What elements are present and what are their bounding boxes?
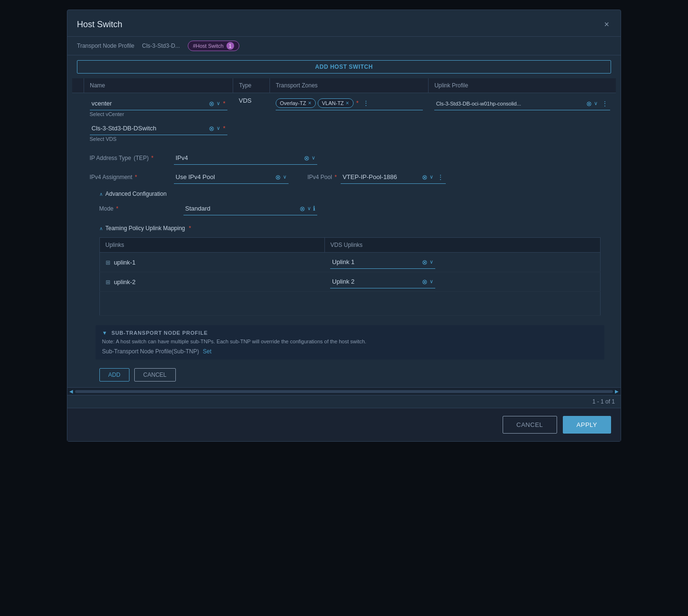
sub-transport-label: Sub-Transport Node Profile(Sub-TNP) [102,348,199,355]
vds-required: * [223,125,226,132]
uplink-1-vds-dropdown[interactable]: Uplink 1 ⊗ ∨ [330,255,435,269]
ipv4-assign-dropdown[interactable]: Use IPv4 Pool ⊗ ∨ [174,170,289,184]
ipv4-pool-clear-icon[interactable]: ⊗ [422,173,428,181]
uplink-1-chevron-icon[interactable]: ∨ [430,259,433,265]
add-host-switch-button[interactable]: ADD HOST SWITCH [77,60,611,74]
col-type-header: Type [233,78,270,93]
col-uplink-header: Uplink Profile [429,78,616,93]
ipv4-assign-chevron-icon[interactable]: ∨ [283,174,287,180]
host-switch-badge[interactable]: #Host Switch 1 [188,41,239,51]
breadcrumb-parent: Transport Node Profile [77,42,134,49]
ip-type-dropdown[interactable]: IPv4 ⊗ ∨ [174,151,317,165]
uplink-more-icon[interactable]: ⋮ [602,100,608,107]
tag-vlan-tz: VLAN-TZ × [318,98,354,108]
cancel-inner-button[interactable]: CANCEL [134,368,176,382]
vcenter-value: vcenter [92,100,207,107]
ipv4-pool-dropdown[interactable]: VTEP-IP-Pool-1886 ⊗ ∨ ⋮ [341,170,446,184]
advanced-config-header[interactable]: ∧ Advanced Configuration [90,187,611,199]
uplink-2-name: ⊞ uplink-2 [99,272,324,292]
detail-active-bar [72,146,84,387]
vcenter-dropdown[interactable]: vcenter ⊗ ∨ * [90,97,227,110]
footer-apply-button[interactable]: APPLY [563,416,611,434]
sub-transport-set-link[interactable]: Set [203,348,211,355]
mode-clear-icon[interactable]: ⊗ [300,205,305,212]
vds-dropdown[interactable]: Cls-3-Std3-DB-DSwitch ⊗ ∨ * [90,122,227,135]
form-actions: ADD CANCEL [90,363,611,387]
ipv4-pool-area: IPv4 Pool * VTEP-IP-Pool-1886 ⊗ ∨ ⋮ [308,170,446,184]
ipv4-pool-more-icon[interactable]: ⋮ [437,173,444,181]
tz-tag-input[interactable]: Overlay-TZ × VLAN-TZ × * ⋮ [276,97,423,110]
uplink-1-clear-icon[interactable]: ⊗ [422,258,428,266]
mode-value-area: Standard ⊗ ∨ ℹ [183,202,611,215]
add-button[interactable]: ADD [99,368,129,382]
advanced-collapse-icon: ∧ [99,191,103,197]
ipv4-pool-val: VTEP-IP-Pool-1886 [343,173,420,181]
teaming-policy-header[interactable]: ∧ Teaming Policy Uplink Mapping * [90,221,611,234]
modal-footer: CANCEL APPLY [67,408,621,441]
uplink-table-area: Uplinks VDS Uplinks [90,234,611,321]
vds-value: Cls-3-Std3-DB-DSwitch [92,125,207,132]
name-cell: vcenter ⊗ ∨ * Select vCenter Cls-3-Std3-… [84,93,233,146]
tag-overlay-remove[interactable]: × [308,100,312,106]
ip-type-clear-icon[interactable]: ⊗ [304,154,310,162]
breadcrumb-current: Cls-3-Std3-D... [142,42,180,49]
close-button[interactable]: × [602,18,611,32]
pagination: 1 - 1 of 1 [67,395,621,408]
uplink-2-clear-icon[interactable]: ⊗ [422,278,428,286]
vds-chevron-icon[interactable]: ∨ [216,125,220,131]
mode-info-icon[interactable]: ℹ [313,205,315,212]
detail-row: IP Address Type (TEP) * IPv4 ⊗ ∨ [72,146,616,387]
scroll-right-icon[interactable]: ▶ [615,389,619,394]
uplink-1-icon: ⊞ [106,259,110,266]
sub-transport-row: Sub-Transport Node Profile(Sub-TNP) Set [102,348,598,355]
uplink-2-icon: ⊞ [106,279,110,286]
vds-clear-icon[interactable]: ⊗ [209,125,215,132]
col-name-header: Name [84,78,233,93]
uplink-1-vds: Uplink 1 ⊗ ∨ [324,253,600,272]
vcenter-clear-icon[interactable]: ⊗ [209,100,215,107]
uplink-row-2: ⊞ uplink-2 Uplink 2 ⊗ ∨ [99,272,601,292]
uplink-profile-dropdown[interactable]: Cls-3-Std3-DB-oci-w01hp-consolid... ⊗ ∨ … [434,97,610,110]
mode-dropdown[interactable]: Standard ⊗ ∨ ℹ [183,202,317,215]
teaming-collapse-icon: ∧ [99,226,103,231]
mode-label: Mode * [99,205,176,212]
badge-count: 1 [226,42,234,50]
col-uplinks-header: Uplinks [99,238,324,253]
ipv4-assign-clear-icon[interactable]: ⊗ [275,173,281,181]
sub-transport-section: ▼ SUB-TRANSPORT NODE PROFILE Note: A hos… [96,325,605,360]
col-tz-header: Transport Zones [270,78,429,93]
vcenter-sublabel: Select vCenter [90,111,227,117]
ipv4-pool-label: IPv4 Pool * [308,174,337,181]
type-cell: VDS [233,93,270,146]
uplink-2-chevron-icon[interactable]: ∨ [430,278,433,285]
col-indicator-header [72,78,84,93]
pagination-text: 1 - 1 of 1 [592,398,615,405]
ipv4-pool-chevron-icon[interactable]: ∨ [430,174,433,180]
ip-type-value-area: IPv4 ⊗ ∨ [174,151,611,165]
ip-type-chevron-icon[interactable]: ∨ [312,155,315,161]
scroll-left-icon[interactable]: ◀ [69,389,73,394]
type-value: VDS [239,97,252,104]
tag-overlay-label: Overlay-TZ [280,100,306,106]
mode-chevron-icon[interactable]: ∨ [307,205,311,212]
uplink-chevron-icon[interactable]: ∨ [594,100,598,106]
uplink-empty-row [99,292,601,316]
sub-transport-collapse-icon[interactable]: ▼ [102,330,108,336]
tag-vlan-remove[interactable]: × [346,100,349,106]
uplink-clear-icon[interactable]: ⊗ [586,100,592,107]
sub-transport-title: ▼ SUB-TRANSPORT NODE PROFILE [102,330,598,336]
active-indicator-cell [72,93,84,146]
tz-more-options-icon[interactable]: ⋮ [363,99,369,107]
uplink-empty-cell [99,292,601,316]
modal-breadcrumb: Transport Node Profile Cls-3-Std3-D... #… [67,37,621,55]
uplink-table: Uplinks VDS Uplinks [99,237,601,316]
ip-type-label: IP Address Type (TEP) * [90,155,166,161]
footer-cancel-button[interactable]: CANCEL [503,416,557,434]
ipv4-assign-label: IPv4 Assignment * [90,174,166,181]
uplink-2-vds-dropdown[interactable]: Uplink 2 ⊗ ∨ [330,275,435,288]
table-container: Name Type Transport Zones Uplink Profile [72,78,616,387]
uplink-cell: Cls-3-Std3-DB-oci-w01hp-consolid... ⊗ ∨ … [429,93,616,146]
scrollbar[interactable]: ◀ ▶ [67,387,621,395]
tz-required: * [356,99,359,106]
vcenter-chevron-icon[interactable]: ∨ [216,100,220,106]
